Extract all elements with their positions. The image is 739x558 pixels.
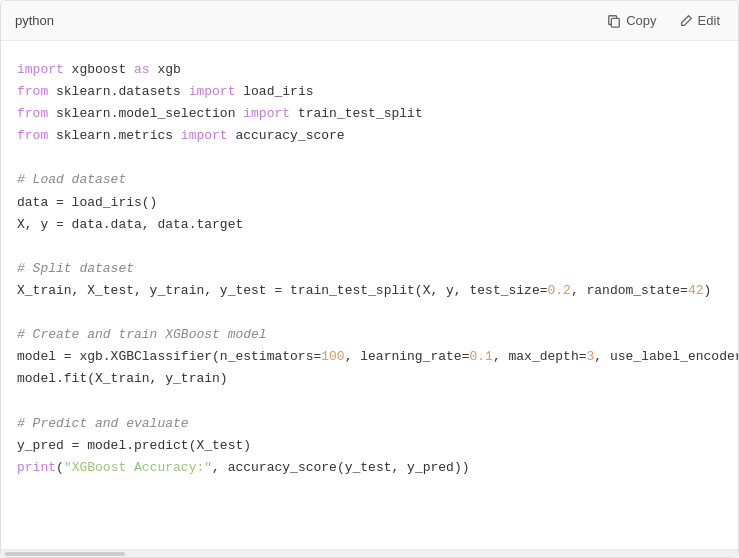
copy-button[interactable]: Copy [603, 11, 660, 30]
language-label: python [15, 13, 54, 28]
copy-icon [607, 14, 621, 28]
edit-label: Edit [698, 13, 720, 28]
edit-icon [679, 14, 693, 28]
scrollbar-thumb[interactable] [5, 552, 125, 556]
copy-label: Copy [626, 13, 656, 28]
code-content: import xgboost as xgb from sklearn.datas… [17, 59, 722, 479]
svg-rect-0 [612, 18, 620, 27]
code-actions: Copy Edit [603, 11, 724, 30]
edit-button[interactable]: Edit [675, 11, 724, 30]
code-header: python Copy Edit [1, 1, 738, 41]
code-body[interactable]: import xgboost as xgb from sklearn.datas… [1, 41, 738, 549]
horizontal-scrollbar[interactable] [1, 549, 738, 557]
code-block: python Copy Edit import xgboost as xgb f… [0, 0, 739, 558]
